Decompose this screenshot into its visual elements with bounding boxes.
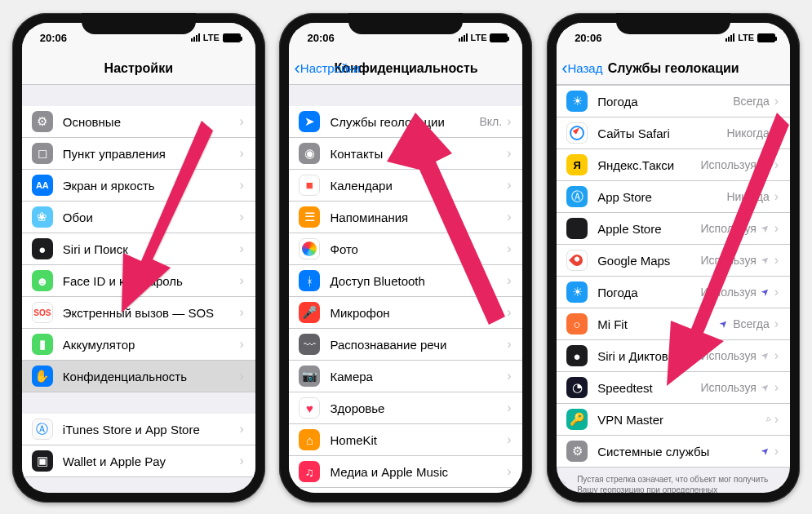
network-label: LTE [738,33,754,42]
settings-row[interactable]: ▮Аккумулятор› [22,329,255,361]
phone-frame-2: 20:06 LTE ‹ Настройки Конфиденциальность… [279,13,532,503]
settings-row[interactable]: ✋Конфиденциальность› [22,361,255,392]
row-value: Всегда [733,95,770,108]
location-services-list[interactable]: ☀ПогодаВсегда›Сайты SafariНикогда›ЯЯндек… [557,85,790,493]
row-label: Конфиденциальность [63,370,240,383]
settings-row[interactable]: 〰Распознавание речи› [289,329,522,361]
nav-title: Настройки [104,61,173,76]
settings-row[interactable]: ◉Контакты› [289,138,522,170]
status-right: LTE [191,33,241,42]
chevron-right-icon: › [774,253,779,268]
settings-row[interactable]: ☀ПогодаИспользуя➤› [557,277,790,308]
row-label: Системные службы [597,445,761,459]
row-label: Напоминания [330,210,507,224]
settings-row[interactable]: ○Mi Fit➤Всегда› [557,308,790,340]
settings-row[interactable]: ☀ПогодаВсегда› [557,85,790,117]
row-label: Mi Fit [597,317,720,331]
back-button[interactable]: ‹ Настройки [294,60,360,78]
settings-row[interactable]: Google MapsИспользуя➤› [557,245,790,277]
row-value: Никогда [726,190,769,203]
settings-row[interactable]: ☻Face ID и код-пароль› [22,265,255,297]
settings-row[interactable]: ЯЯндекс.ТаксиИспользуя➤› [557,149,790,181]
nav-bar: ‹ Настройки Конфиденциальность [289,52,522,85]
app-icon: Ⓐ [32,419,53,440]
chevron-right-icon: › [774,157,779,172]
settings-row[interactable]: ◻Пункт управления› [22,138,255,170]
settings-row[interactable]: Фото› [289,233,522,265]
chevron-right-icon: › [240,422,244,436]
chevron-right-icon: › [774,221,779,236]
app-icon: 〰 [299,334,320,355]
settings-row[interactable]: ⒶiTunes Store и App Store› [22,414,255,445]
network-label: LTE [471,33,487,42]
row-label: iTunes Store и App Store [63,423,240,436]
settings-row[interactable]: ♫Медиа и Apple Music› [289,456,522,488]
app-icon: ♫ [299,461,320,482]
notch [82,13,196,34]
settings-row[interactable]: ◔SpeedtestИспользуя➤› [557,372,790,404]
app-icon [566,122,588,144]
chevron-right-icon: › [507,432,511,447]
chevron-right-icon: › [774,285,779,299]
chevron-right-icon: › [507,178,511,193]
chevron-right-icon: › [240,241,244,256]
row-label: Погода [597,95,733,109]
settings-row[interactable]: 📷Камера› [289,361,522,392]
battery-icon [757,33,775,42]
settings-row[interactable]: ●Siri и Поиск› [22,233,255,265]
settings-row[interactable]: Apple StoreИспользуя➤› [557,213,790,245]
signal-icon [459,33,468,42]
settings-row[interactable]: 🎤Микрофон› [289,297,522,329]
status-right: LTE [725,33,775,42]
row-label: Аккумулятор [63,338,240,352]
nav-bar: ‹ Назад Службы геолокации [557,52,790,85]
back-button[interactable]: ‹ Назад [561,60,602,78]
row-label: Сайты Safari [597,126,726,140]
location-arrow-icon: ➤ [758,381,772,395]
row-value: Используя [701,222,757,235]
app-icon: AA [32,175,53,196]
chevron-right-icon: › [774,412,779,427]
chevron-right-icon: › [774,94,779,109]
settings-row[interactable]: ▣Wallet и Apple Pay› [22,445,255,477]
settings-row[interactable]: ♥Движение и фитнес› [289,488,522,493]
battery-icon [223,33,241,42]
chevron-right-icon: › [240,114,244,129]
settings-row[interactable]: ➤Службы геолокацииВкл.› [289,106,522,138]
app-icon: ⌂ [299,429,320,450]
settings-row[interactable]: ❀Обои› [22,202,255,233]
settings-row[interactable]: ☰Напоминания› [289,202,522,233]
chevron-right-icon: › [240,454,244,468]
row-value: Используя [701,286,757,299]
app-icon: ➤ [299,111,320,132]
screen: 20:06 LTE ‹ Настройки Конфиденциальность… [289,23,522,493]
settings-row[interactable]: ♥Здоровье› [289,392,522,424]
settings-row[interactable]: ᚼДоступ Bluetooth› [289,265,522,297]
row-label: HomeKit [330,433,507,447]
settings-row[interactable]: 🔑VPN Master◃› [557,404,790,436]
settings-row[interactable]: AAЭкран и яркость› [22,170,255,202]
chevron-right-icon: › [240,178,244,193]
settings-row[interactable]: Сайты SafariНикогда› [557,117,790,149]
settings-row[interactable]: ⚙Системные службы➤› [557,436,790,467]
app-icon: ◔ [566,377,588,398]
settings-list[interactable]: ⚙Основные›◻Пункт управления›AAЭкран и яр… [22,85,255,493]
chevron-right-icon: › [240,210,244,224]
settings-row[interactable]: ⚙Основные› [22,106,255,138]
row-value: Используя [701,349,757,362]
privacy-list[interactable]: ➤Службы геолокацииВкл.›◉Контакты›▦Календ… [289,85,522,493]
app-icon: ⚙ [566,441,588,462]
settings-row[interactable]: ●Siri и ДиктовкаИспользуя➤› [557,340,790,372]
phone-frame-3: 20:06 LTE ‹ Назад Службы геолокации ☀Пог… [547,13,800,503]
row-label: Siri и Поиск [63,242,240,256]
app-icon: ♥ [299,397,320,419]
chevron-right-icon: › [774,189,779,204]
row-label: Фото [330,242,507,256]
row-value: Вкл. [479,115,502,128]
settings-row[interactable]: ▦Календари› [289,170,522,202]
settings-row[interactable]: SOSЭкстренный вызов — SOS› [22,297,255,329]
app-icon: 📷 [299,366,320,387]
settings-row[interactable]: ⌂HomeKit› [289,424,522,456]
row-label: Распознавание речи [330,338,507,352]
settings-row[interactable]: ⒶApp StoreНикогда› [557,181,790,213]
